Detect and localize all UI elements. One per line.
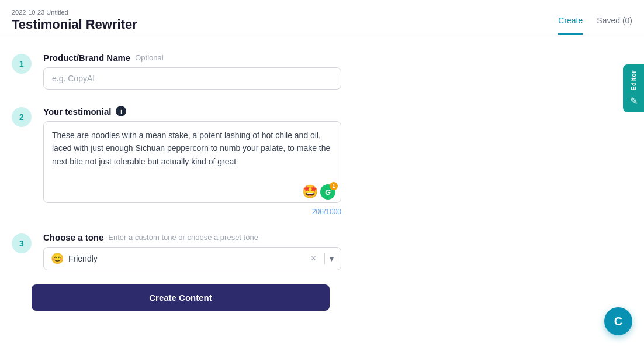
textarea-icons: 🤩 G 1 [302, 184, 335, 200]
step-2-circle: 2 [12, 107, 32, 127]
grammarly-icon[interactable]: G 1 [320, 184, 335, 200]
app-header: 2022-10-23 Untitled Testimonial Rewriter… [0, 0, 644, 35]
header-nav: Create Saved (0) [558, 6, 632, 35]
tone-selector[interactable]: 😊 Friendly × ▾ [43, 247, 341, 270]
step-3-label-row: Choose a tone Enter a custom tone or cho… [43, 232, 347, 242]
step-1-content: Product/Brand Name Optional [43, 53, 347, 90]
editor-icon: ✎ [630, 95, 638, 106]
page-title: Testimonial Rewriter [12, 17, 137, 32]
header-left: 2022-10-23 Untitled Testimonial Rewriter [12, 9, 137, 32]
char-count: 206/1000 [43, 208, 341, 216]
step-3-hint: Enter a custom tone or choose a preset t… [108, 233, 258, 242]
step-3-row: 3 Choose a tone Enter a custom tone or c… [12, 232, 514, 270]
tone-divider [324, 253, 325, 264]
step-3-label: Choose a tone [43, 232, 103, 242]
tone-clear-button[interactable]: × [307, 252, 320, 265]
tab-saved[interactable]: Saved (0) [597, 16, 632, 35]
step-3-content: Choose a tone Enter a custom tone or cho… [43, 232, 347, 270]
product-brand-input[interactable] [43, 67, 341, 90]
step-2-row: 2 Your testimonial i These are noodles w… [12, 106, 514, 216]
editor-label: Editor [630, 70, 637, 91]
chevron-down-icon[interactable]: ▾ [330, 254, 334, 263]
main-content: 1 Product/Brand Name Optional 2 Your tes… [0, 35, 526, 282]
grammarly-g: G [325, 188, 331, 197]
info-icon[interactable]: i [116, 106, 126, 116]
step-1-optional: Optional [135, 53, 163, 62]
chat-button[interactable]: C [604, 307, 632, 335]
step-2-content: Your testimonial i These are noodles wit… [43, 106, 347, 216]
step-1-label: Product/Brand Name [43, 53, 130, 63]
testimonial-textarea[interactable]: These are noodles with a mean stake, a p… [43, 121, 341, 203]
grammarly-badge: 1 [330, 182, 338, 190]
step-2-label-row: Your testimonial i [43, 106, 347, 116]
step-1-circle: 1 [12, 54, 32, 74]
step-1-label-row: Product/Brand Name Optional [43, 53, 347, 63]
document-subtitle: 2022-10-23 Untitled [12, 9, 137, 16]
tab-create[interactable]: Create [558, 16, 583, 35]
step-2-label: Your testimonial [43, 106, 111, 116]
emoji-icon[interactable]: 🤩 [302, 184, 318, 200]
editor-sidebar[interactable]: Editor ✎ [623, 64, 644, 112]
step-1-row: 1 Product/Brand Name Optional [12, 53, 514, 90]
tone-emoji: 😊 [51, 252, 64, 265]
create-content-button[interactable]: Create Content [32, 284, 330, 311]
step-3-circle: 3 [12, 233, 32, 253]
testimonial-container: These are noodles with a mean stake, a p… [43, 121, 341, 205]
bottom-section: Create Content [0, 284, 644, 311]
tone-value: Friendly [68, 254, 307, 263]
